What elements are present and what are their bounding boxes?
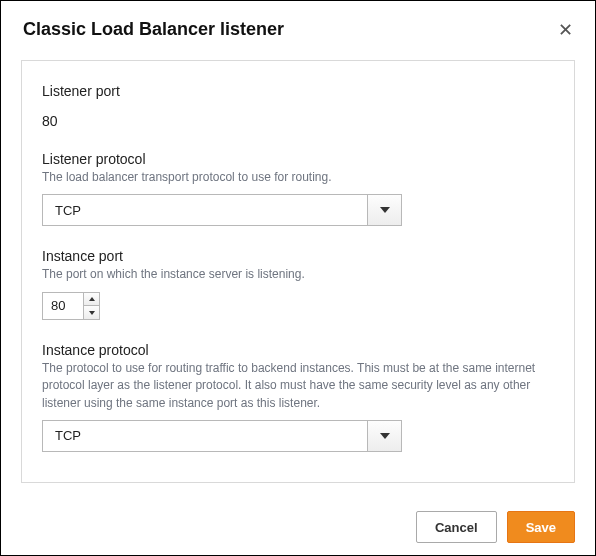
listener-port-value: 80 xyxy=(42,113,554,129)
listener-protocol-value: TCP xyxy=(43,195,367,225)
listener-port-label: Listener port xyxy=(42,83,554,99)
stepper-buttons xyxy=(83,293,99,319)
save-button[interactable]: Save xyxy=(507,511,575,543)
instance-protocol-value: TCP xyxy=(43,421,367,451)
listener-protocol-label: Listener protocol xyxy=(42,151,554,167)
chevron-down-icon[interactable] xyxy=(367,421,401,451)
form-panel: Listener port 80 Listener protocol The l… xyxy=(21,60,575,483)
instance-port-block: Instance port The port on which the inst… xyxy=(42,248,554,319)
instance-port-stepper[interactable]: 80 xyxy=(42,292,100,320)
step-down-icon[interactable] xyxy=(84,305,99,319)
chevron-down-icon[interactable] xyxy=(367,195,401,225)
close-icon[interactable]: ✕ xyxy=(558,21,573,39)
instance-port-label: Instance port xyxy=(42,248,554,264)
listener-protocol-block: Listener protocol The load balancer tran… xyxy=(42,151,554,226)
instance-protocol-help: The protocol to use for routing traffic … xyxy=(42,360,554,412)
listener-protocol-help: The load balancer transport protocol to … xyxy=(42,169,554,186)
instance-protocol-block: Instance protocol The protocol to use fo… xyxy=(42,342,554,452)
instance-port-help: The port on which the instance server is… xyxy=(42,266,554,283)
dialog-header: Classic Load Balancer listener ✕ xyxy=(1,1,595,52)
cancel-button[interactable]: Cancel xyxy=(416,511,497,543)
dialog-footer: Cancel Save xyxy=(416,511,575,543)
instance-protocol-select[interactable]: TCP xyxy=(42,420,402,452)
step-up-icon[interactable] xyxy=(84,293,99,306)
instance-port-value: 80 xyxy=(43,293,83,319)
listener-protocol-select[interactable]: TCP xyxy=(42,194,402,226)
instance-protocol-label: Instance protocol xyxy=(42,342,554,358)
dialog-title: Classic Load Balancer listener xyxy=(23,19,284,40)
listener-port-block: Listener port 80 xyxy=(42,83,554,129)
